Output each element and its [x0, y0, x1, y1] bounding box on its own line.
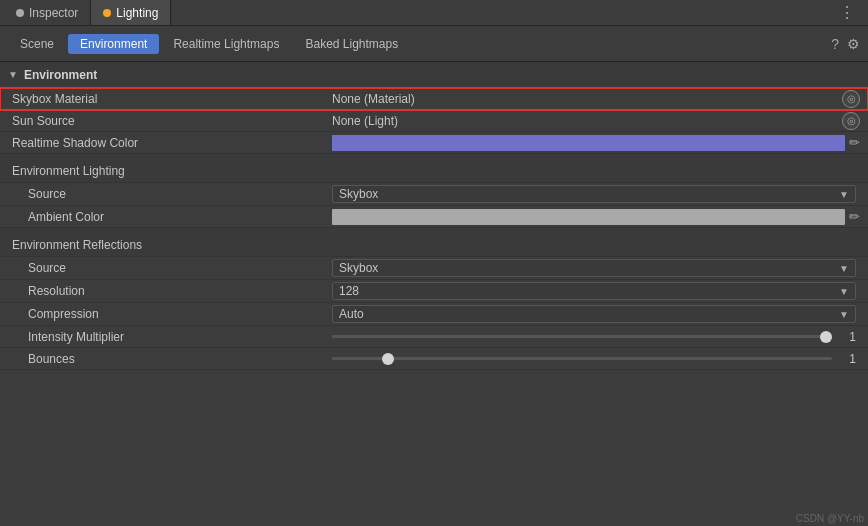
ambient-color-swatch[interactable]: [332, 209, 845, 225]
dropdown-env-refl-source[interactable]: Skybox ▼: [332, 259, 856, 277]
dropdown-env-light-source-arrow: ▼: [839, 189, 849, 200]
tab-scene[interactable]: Scene: [8, 34, 66, 54]
watermark: CSDN @YY-nb: [796, 513, 864, 524]
prop-env-refl-source: Source Skybox ▼: [0, 257, 868, 280]
lighting-dot: [103, 9, 111, 17]
tab-lighting[interactable]: Lighting: [91, 0, 171, 25]
lighting-label: Lighting: [116, 6, 158, 20]
label-ambient-color: Ambient Color: [8, 207, 328, 227]
bounces-slider-value: 1: [836, 352, 856, 366]
bounces-slider-track[interactable]: [332, 357, 832, 360]
tab-realtime-lightmaps[interactable]: Realtime Lightmaps: [161, 34, 291, 54]
top-tab-bar: Inspector Lighting ⋮: [0, 0, 868, 26]
intensity-slider-fill: [332, 335, 832, 338]
realtime-shadow-color-swatch[interactable]: [332, 135, 845, 151]
dropdown-env-light-source-text: Skybox: [339, 187, 378, 201]
secondary-tab-bar: Scene Environment Realtime Lightmaps Bak…: [0, 26, 868, 62]
section-title-environment: Environment: [24, 68, 97, 82]
sun-source-text: None (Light): [332, 114, 398, 128]
label-env-refl-source: Source: [8, 258, 328, 278]
prop-sun-source: Sun Source None (Light) ◎: [0, 110, 868, 132]
prop-env-lighting-label: Environment Lighting: [0, 154, 868, 183]
value-compression[interactable]: Auto ▼: [328, 303, 860, 325]
dropdown-compression[interactable]: Auto ▼: [332, 305, 856, 323]
dropdown-compression-text: Auto: [339, 307, 364, 321]
value-bounces[interactable]: 1: [328, 350, 860, 368]
label-sun-source: Sun Source: [8, 111, 328, 131]
label-env-light-source: Source: [8, 184, 328, 204]
prop-ambient-color: Ambient Color ✏: [0, 206, 868, 228]
intensity-slider-row: 1: [332, 330, 856, 344]
label-env-reflections: Environment Reflections: [8, 232, 328, 254]
value-resolution[interactable]: 128 ▼: [328, 280, 860, 302]
ambient-color-edit-icon[interactable]: ✏: [849, 209, 860, 224]
intensity-slider-thumb[interactable]: [820, 331, 832, 343]
prop-skybox-material: Skybox Material None (Material) ◎: [0, 88, 868, 110]
section-header-environment: ▼ Environment: [0, 62, 868, 88]
inspector-label: Inspector: [29, 6, 78, 20]
prop-bounces: Bounces 1: [0, 348, 868, 370]
sec-tab-icons: ? ⚙: [831, 36, 860, 52]
label-intensity-multiplier: Intensity Multiplier: [8, 327, 328, 347]
settings-icon[interactable]: ⚙: [847, 36, 860, 52]
tab-baked-lightmaps[interactable]: Baked Lightmaps: [293, 34, 410, 54]
inspector-dot: [16, 9, 24, 17]
dropdown-env-refl-source-text: Skybox: [339, 261, 378, 275]
prop-intensity-multiplier: Intensity Multiplier 1: [0, 326, 868, 348]
skybox-material-text: None (Material): [332, 92, 415, 106]
value-skybox-material[interactable]: None (Material): [328, 90, 842, 108]
prop-resolution: Resolution 128 ▼: [0, 280, 868, 303]
bounces-slider-fill: [332, 357, 382, 360]
label-compression: Compression: [8, 304, 328, 324]
section-arrow-environment: ▼: [8, 69, 18, 80]
label-skybox-material: Skybox Material: [8, 89, 328, 109]
value-realtime-shadow-color[interactable]: [328, 133, 849, 153]
label-bounces: Bounces: [8, 349, 328, 369]
intensity-slider-track[interactable]: [332, 335, 832, 338]
prop-compression: Compression Auto ▼: [0, 303, 868, 326]
dropdown-resolution-text: 128: [339, 284, 359, 298]
value-env-light-source[interactable]: Skybox ▼: [328, 183, 860, 205]
value-env-refl-source[interactable]: Skybox ▼: [328, 257, 860, 279]
help-icon[interactable]: ?: [831, 36, 839, 52]
dropdown-env-light-source[interactable]: Skybox ▼: [332, 185, 856, 203]
value-ambient-color[interactable]: [328, 207, 849, 227]
sun-source-picker[interactable]: ◎: [842, 112, 860, 130]
dropdown-resolution[interactable]: 128 ▼: [332, 282, 856, 300]
bounces-slider-row: 1: [332, 352, 856, 366]
label-realtime-shadow-color: Realtime Shadow Color: [8, 133, 328, 153]
prop-realtime-shadow-color: Realtime Shadow Color ✏: [0, 132, 868, 154]
tab-inspector[interactable]: Inspector: [4, 0, 91, 25]
skybox-material-picker[interactable]: ◎: [842, 90, 860, 108]
value-sun-source[interactable]: None (Light): [328, 112, 842, 130]
main-content: ▼ Environment Skybox Material None (Mate…: [0, 62, 868, 526]
realtime-shadow-color-edit-icon[interactable]: ✏: [849, 135, 860, 150]
tab-menu-button[interactable]: ⋮: [831, 3, 864, 22]
label-resolution: Resolution: [8, 281, 328, 301]
intensity-slider-value: 1: [836, 330, 856, 344]
dropdown-env-refl-source-arrow: ▼: [839, 263, 849, 274]
dropdown-resolution-arrow: ▼: [839, 286, 849, 297]
tab-environment[interactable]: Environment: [68, 34, 159, 54]
prop-env-reflections-label: Environment Reflections: [0, 228, 868, 257]
bounces-slider-thumb[interactable]: [382, 353, 394, 365]
dropdown-compression-arrow: ▼: [839, 309, 849, 320]
value-intensity-multiplier[interactable]: 1: [328, 328, 860, 346]
prop-env-light-source: Source Skybox ▼: [0, 183, 868, 206]
label-env-lighting: Environment Lighting: [8, 158, 328, 180]
